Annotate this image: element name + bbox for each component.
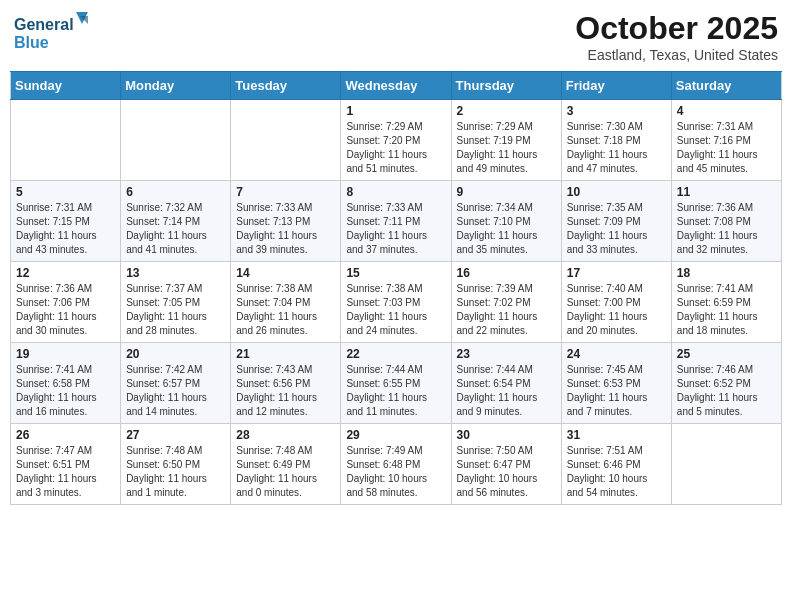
day-number: 26 bbox=[16, 428, 115, 442]
day-info: Sunrise: 7:44 AM Sunset: 6:55 PM Dayligh… bbox=[346, 363, 445, 419]
calendar-cell: 20Sunrise: 7:42 AM Sunset: 6:57 PM Dayli… bbox=[121, 343, 231, 424]
calendar-cell: 7Sunrise: 7:33 AM Sunset: 7:13 PM Daylig… bbox=[231, 181, 341, 262]
svg-text:Blue: Blue bbox=[14, 34, 49, 51]
calendar-cell: 15Sunrise: 7:38 AM Sunset: 7:03 PM Dayli… bbox=[341, 262, 451, 343]
week-row-2: 12Sunrise: 7:36 AM Sunset: 7:06 PM Dayli… bbox=[11, 262, 782, 343]
day-info: Sunrise: 7:44 AM Sunset: 6:54 PM Dayligh… bbox=[457, 363, 556, 419]
day-number: 10 bbox=[567, 185, 666, 199]
calendar-cell: 29Sunrise: 7:49 AM Sunset: 6:48 PM Dayli… bbox=[341, 424, 451, 505]
day-info: Sunrise: 7:33 AM Sunset: 7:13 PM Dayligh… bbox=[236, 201, 335, 257]
day-number: 7 bbox=[236, 185, 335, 199]
calendar-table: SundayMondayTuesdayWednesdayThursdayFrid… bbox=[10, 71, 782, 505]
day-number: 4 bbox=[677, 104, 776, 118]
day-info: Sunrise: 7:39 AM Sunset: 7:02 PM Dayligh… bbox=[457, 282, 556, 338]
day-number: 18 bbox=[677, 266, 776, 280]
calendar-cell: 25Sunrise: 7:46 AM Sunset: 6:52 PM Dayli… bbox=[671, 343, 781, 424]
logo-svg: General Blue bbox=[14, 10, 94, 58]
day-info: Sunrise: 7:37 AM Sunset: 7:05 PM Dayligh… bbox=[126, 282, 225, 338]
logo: General Blue bbox=[14, 10, 94, 58]
header-monday: Monday bbox=[121, 72, 231, 100]
svg-text:General: General bbox=[14, 16, 74, 33]
calendar-cell: 3Sunrise: 7:30 AM Sunset: 7:18 PM Daylig… bbox=[561, 100, 671, 181]
day-info: Sunrise: 7:43 AM Sunset: 6:56 PM Dayligh… bbox=[236, 363, 335, 419]
day-info: Sunrise: 7:41 AM Sunset: 6:59 PM Dayligh… bbox=[677, 282, 776, 338]
day-info: Sunrise: 7:29 AM Sunset: 7:20 PM Dayligh… bbox=[346, 120, 445, 176]
calendar-cell bbox=[121, 100, 231, 181]
calendar-cell: 9Sunrise: 7:34 AM Sunset: 7:10 PM Daylig… bbox=[451, 181, 561, 262]
day-info: Sunrise: 7:31 AM Sunset: 7:16 PM Dayligh… bbox=[677, 120, 776, 176]
calendar-cell: 6Sunrise: 7:32 AM Sunset: 7:14 PM Daylig… bbox=[121, 181, 231, 262]
header-saturday: Saturday bbox=[671, 72, 781, 100]
calendar-cell bbox=[671, 424, 781, 505]
day-number: 12 bbox=[16, 266, 115, 280]
day-info: Sunrise: 7:49 AM Sunset: 6:48 PM Dayligh… bbox=[346, 444, 445, 500]
day-number: 9 bbox=[457, 185, 556, 199]
calendar-cell: 22Sunrise: 7:44 AM Sunset: 6:55 PM Dayli… bbox=[341, 343, 451, 424]
header-tuesday: Tuesday bbox=[231, 72, 341, 100]
calendar-cell: 18Sunrise: 7:41 AM Sunset: 6:59 PM Dayli… bbox=[671, 262, 781, 343]
day-number: 30 bbox=[457, 428, 556, 442]
header-friday: Friday bbox=[561, 72, 671, 100]
header-thursday: Thursday bbox=[451, 72, 561, 100]
week-row-0: 1Sunrise: 7:29 AM Sunset: 7:20 PM Daylig… bbox=[11, 100, 782, 181]
calendar-cell: 23Sunrise: 7:44 AM Sunset: 6:54 PM Dayli… bbox=[451, 343, 561, 424]
day-number: 11 bbox=[677, 185, 776, 199]
day-number: 25 bbox=[677, 347, 776, 361]
calendar-cell: 12Sunrise: 7:36 AM Sunset: 7:06 PM Dayli… bbox=[11, 262, 121, 343]
calendar-cell: 24Sunrise: 7:45 AM Sunset: 6:53 PM Dayli… bbox=[561, 343, 671, 424]
calendar-cell: 26Sunrise: 7:47 AM Sunset: 6:51 PM Dayli… bbox=[11, 424, 121, 505]
day-number: 20 bbox=[126, 347, 225, 361]
day-number: 28 bbox=[236, 428, 335, 442]
day-number: 3 bbox=[567, 104, 666, 118]
calendar-cell: 19Sunrise: 7:41 AM Sunset: 6:58 PM Dayli… bbox=[11, 343, 121, 424]
location: Eastland, Texas, United States bbox=[575, 47, 778, 63]
calendar-cell: 4Sunrise: 7:31 AM Sunset: 7:16 PM Daylig… bbox=[671, 100, 781, 181]
calendar-body: 1Sunrise: 7:29 AM Sunset: 7:20 PM Daylig… bbox=[11, 100, 782, 505]
page-header: General Blue October 2025 Eastland, Texa… bbox=[10, 10, 782, 63]
day-number: 2 bbox=[457, 104, 556, 118]
day-info: Sunrise: 7:31 AM Sunset: 7:15 PM Dayligh… bbox=[16, 201, 115, 257]
day-number: 22 bbox=[346, 347, 445, 361]
calendar-cell: 31Sunrise: 7:51 AM Sunset: 6:46 PM Dayli… bbox=[561, 424, 671, 505]
day-info: Sunrise: 7:30 AM Sunset: 7:18 PM Dayligh… bbox=[567, 120, 666, 176]
calendar-cell: 8Sunrise: 7:33 AM Sunset: 7:11 PM Daylig… bbox=[341, 181, 451, 262]
day-number: 31 bbox=[567, 428, 666, 442]
calendar-cell: 10Sunrise: 7:35 AM Sunset: 7:09 PM Dayli… bbox=[561, 181, 671, 262]
day-info: Sunrise: 7:41 AM Sunset: 6:58 PM Dayligh… bbox=[16, 363, 115, 419]
month-title: October 2025 bbox=[575, 10, 778, 47]
calendar-cell: 2Sunrise: 7:29 AM Sunset: 7:19 PM Daylig… bbox=[451, 100, 561, 181]
day-number: 14 bbox=[236, 266, 335, 280]
week-row-4: 26Sunrise: 7:47 AM Sunset: 6:51 PM Dayli… bbox=[11, 424, 782, 505]
day-info: Sunrise: 7:40 AM Sunset: 7:00 PM Dayligh… bbox=[567, 282, 666, 338]
calendar-cell: 21Sunrise: 7:43 AM Sunset: 6:56 PM Dayli… bbox=[231, 343, 341, 424]
day-info: Sunrise: 7:35 AM Sunset: 7:09 PM Dayligh… bbox=[567, 201, 666, 257]
calendar-cell: 16Sunrise: 7:39 AM Sunset: 7:02 PM Dayli… bbox=[451, 262, 561, 343]
calendar-cell bbox=[11, 100, 121, 181]
week-row-1: 5Sunrise: 7:31 AM Sunset: 7:15 PM Daylig… bbox=[11, 181, 782, 262]
day-number: 17 bbox=[567, 266, 666, 280]
day-number: 15 bbox=[346, 266, 445, 280]
day-info: Sunrise: 7:42 AM Sunset: 6:57 PM Dayligh… bbox=[126, 363, 225, 419]
calendar-header-row: SundayMondayTuesdayWednesdayThursdayFrid… bbox=[11, 72, 782, 100]
calendar-cell: 1Sunrise: 7:29 AM Sunset: 7:20 PM Daylig… bbox=[341, 100, 451, 181]
calendar-cell: 17Sunrise: 7:40 AM Sunset: 7:00 PM Dayli… bbox=[561, 262, 671, 343]
day-number: 13 bbox=[126, 266, 225, 280]
header-sunday: Sunday bbox=[11, 72, 121, 100]
day-number: 6 bbox=[126, 185, 225, 199]
day-info: Sunrise: 7:32 AM Sunset: 7:14 PM Dayligh… bbox=[126, 201, 225, 257]
day-info: Sunrise: 7:34 AM Sunset: 7:10 PM Dayligh… bbox=[457, 201, 556, 257]
week-row-3: 19Sunrise: 7:41 AM Sunset: 6:58 PM Dayli… bbox=[11, 343, 782, 424]
calendar-cell: 30Sunrise: 7:50 AM Sunset: 6:47 PM Dayli… bbox=[451, 424, 561, 505]
day-info: Sunrise: 7:29 AM Sunset: 7:19 PM Dayligh… bbox=[457, 120, 556, 176]
day-number: 8 bbox=[346, 185, 445, 199]
day-info: Sunrise: 7:45 AM Sunset: 6:53 PM Dayligh… bbox=[567, 363, 666, 419]
day-info: Sunrise: 7:47 AM Sunset: 6:51 PM Dayligh… bbox=[16, 444, 115, 500]
calendar-cell: 28Sunrise: 7:48 AM Sunset: 6:49 PM Dayli… bbox=[231, 424, 341, 505]
header-wednesday: Wednesday bbox=[341, 72, 451, 100]
title-block: October 2025 Eastland, Texas, United Sta… bbox=[575, 10, 778, 63]
day-info: Sunrise: 7:46 AM Sunset: 6:52 PM Dayligh… bbox=[677, 363, 776, 419]
day-number: 23 bbox=[457, 347, 556, 361]
day-number: 24 bbox=[567, 347, 666, 361]
calendar-cell: 27Sunrise: 7:48 AM Sunset: 6:50 PM Dayli… bbox=[121, 424, 231, 505]
day-info: Sunrise: 7:50 AM Sunset: 6:47 PM Dayligh… bbox=[457, 444, 556, 500]
